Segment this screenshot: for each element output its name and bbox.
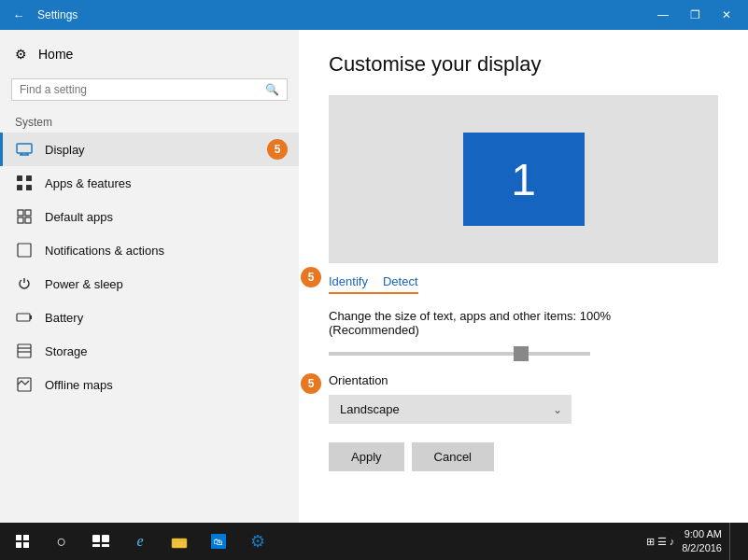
svg-rect-21 [92,544,100,547]
svg-rect-0 [17,144,32,153]
taskbar-right: ⊞ ☰ ♪ 9:00 AM 8/2/2016 [646,523,744,560]
task-view-button[interactable] [82,523,120,560]
store-button[interactable]: 🛍 [200,523,237,560]
taskbar-left: ○ e 🛍 ⚙ [4,523,276,560]
main-content: Customise your display 1 5 Identify Dete… [299,30,748,523]
search-icon: 🔍 [265,83,279,96]
svg-rect-6 [17,185,22,190]
scale-label: Change the size of text, apps and other … [329,309,718,337]
orientation-label: Orientation [329,373,718,387]
action-buttons: Apply Cancel [329,442,718,471]
sidebar-item-display[interactable]: Display 5 [0,133,299,166]
sidebar-search-box[interactable]: 🔍 [11,78,288,101]
svg-rect-22 [102,544,109,547]
apps-icon [15,174,34,192]
slider-container [329,344,718,358]
explorer-button[interactable] [161,523,198,560]
display-preview: 1 [329,95,718,263]
sidebar-home[interactable]: ⚙ Home [0,37,299,71]
svg-rect-4 [17,175,22,181]
default-apps-icon [15,207,34,226]
badge-5a: 5 [301,267,321,287]
titlebar-left: ← Settings [7,4,78,26]
offline-maps-icon [15,375,34,394]
taskbar-time: 9:00 AM [682,527,722,541]
svg-rect-11 [25,217,31,223]
home-gear-icon: ⚙ [15,47,27,62]
svg-rect-20 [102,535,109,542]
svg-rect-7 [26,185,32,190]
notifications-icon [15,241,34,259]
identify-detect-area: 5 Identify Detect [329,274,718,294]
svg-rect-19 [92,535,100,542]
svg-text:🛍: 🛍 [214,537,223,547]
badge-4: 5 [267,139,288,160]
close-button[interactable]: ✕ [713,4,741,26]
display-links: Identify Detect [329,274,418,294]
sidebar-item-default-apps[interactable]: Default apps [0,200,299,233]
page-title: Customise your display [329,52,718,77]
windows-icon [16,535,29,548]
power-label: Power & sleep [45,277,123,291]
sidebar-item-offline-maps[interactable]: Offline maps [0,368,299,401]
monitor-number: 1 [511,154,536,205]
svg-rect-18 [18,378,31,391]
battery-icon [15,308,34,327]
notifications-label: Notifications & actions [45,244,164,258]
display-label: Display [45,143,85,157]
svg-rect-13 [17,314,30,321]
sidebar-item-notifications[interactable]: Notifications & actions [0,233,299,267]
storage-icon [15,342,34,360]
identify-link[interactable]: Identify [329,274,368,288]
sidebar-item-storage[interactable]: Storage [0,334,299,368]
sidebar-item-battery[interactable]: Battery [0,301,299,334]
orientation-select[interactable]: Landscape Portrait Landscape (flipped) P… [329,395,572,424]
sidebar-item-power[interactable]: Power & sleep [0,267,299,301]
svg-rect-12 [18,244,31,257]
battery-label: Battery [45,311,83,325]
svg-rect-14 [30,315,32,319]
svg-rect-15 [18,344,31,357]
storage-label: Storage [45,344,88,358]
taskbar-search-button[interactable]: ○ [43,523,80,560]
svg-rect-9 [25,210,31,216]
power-icon [15,274,34,293]
orientation-area: 5 Orientation Landscape Portrait Landsca… [329,373,718,424]
default-apps-label: Default apps [45,210,113,224]
taskbar: ○ e 🛍 ⚙ [0,523,748,560]
show-desktop-button[interactable] [729,523,737,560]
sidebar-item-apps[interactable]: Apps & features [0,166,299,200]
systray: ⊞ ☰ ♪ [646,536,675,548]
badge-5b: 5 [301,373,321,394]
svg-rect-5 [26,175,32,181]
edge-button[interactable]: e [121,523,159,560]
cancel-button[interactable]: Cancel [412,442,494,471]
minimize-button[interactable]: — [649,4,677,26]
system-section-label: System [0,108,299,133]
scale-slider[interactable] [329,352,590,356]
titlebar-title: Settings [37,8,78,21]
maximize-button[interactable]: ❐ [681,4,709,26]
svg-rect-10 [18,217,23,223]
offline-maps-label: Offline maps [45,378,113,392]
start-button[interactable] [4,523,41,560]
home-label: Home [38,47,73,62]
taskbar-clock[interactable]: 9:00 AM 8/2/2016 [682,527,722,556]
settings-taskbar-button[interactable]: ⚙ [239,523,276,560]
orientation-select-wrapper: Landscape Portrait Landscape (flipped) P… [329,395,572,424]
titlebar: ← Settings — ❐ ✕ [0,0,748,30]
detect-link[interactable]: Detect [383,274,418,288]
monitor-preview: 1 [463,133,585,226]
svg-rect-8 [18,210,23,216]
search-input[interactable] [20,83,265,96]
apply-button[interactable]: Apply [329,442,404,471]
systray-icons: ⊞ ☰ ♪ [646,536,675,548]
app-body: ⚙ Home 🔍 System Display 5 [0,30,748,523]
display-icon [15,140,34,159]
apps-label: Apps & features [45,176,132,190]
taskbar-date: 8/2/2016 [682,541,722,555]
sidebar: ⚙ Home 🔍 System Display 5 [0,30,299,523]
titlebar-controls: — ❐ ✕ [649,4,741,26]
back-button[interactable]: ← [7,4,30,26]
